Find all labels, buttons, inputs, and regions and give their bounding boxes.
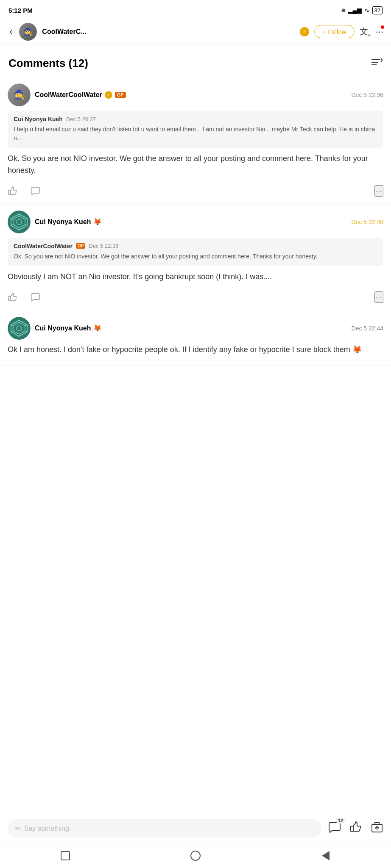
top-nav: ‹ 🧙 CoolWaterC... ✓ + Follow 文A ··· [0, 19, 391, 45]
comment-item: 🧙 CoolWaterCoolWater ✓ OP Dec 5 22:36 Cu… [0, 77, 391, 204]
like-button[interactable] [8, 186, 18, 195]
thumbs-up-icon [8, 292, 18, 302]
comment-timestamp: Dec 5 22:40 [352, 219, 384, 225]
comment-meta: Cui Nyonya Kueh 🦊 Dec 5 22:40 [35, 218, 383, 226]
quoted-comment: CoolWaterCoolWater OP Dec 5 22:36 Ok. So… [8, 238, 383, 266]
svg-rect-25 [351, 826, 353, 832]
comment-body: Ok I am honest. I don't fake or hypocrit… [8, 344, 383, 356]
commenter-avatar: 🧙 [8, 83, 31, 106]
comment-meta: CoolWaterCoolWater ✓ OP Dec 5 22:36 [35, 91, 383, 99]
status-icons: ⎈ ▂▄▆ ∿ 32 [341, 6, 383, 14]
commenter-avatar [8, 317, 31, 340]
input-placeholder: Say something [24, 825, 69, 832]
quoted-header: Cui Nyonya Kueh Dec 5 20:37 [14, 116, 377, 122]
quoted-text: Ok. So you are not NIO investor. We got … [14, 252, 377, 261]
verified-badge: ✓ [300, 27, 309, 36]
quoted-time: Dec 5 20:37 [66, 116, 96, 122]
square-icon [61, 851, 70, 860]
comment-timestamp: Dec 5 22:44 [352, 325, 384, 332]
comments-header: Comments (12) [0, 45, 391, 77]
say-something-input[interactable]: ✏ Say something [8, 819, 321, 837]
comment-body: Obviously I am NOT an Nio investor. It's… [8, 271, 383, 283]
sort-button[interactable] [371, 58, 383, 69]
comment-header: Cui Nyonya Kueh 🦊 Dec 5 22:44 [8, 317, 383, 340]
comments-title: Comments (12) [8, 57, 88, 70]
recents-button[interactable] [188, 848, 203, 863]
comment-header: Cui Nyonya Kueh 🦊 Dec 5 22:40 [8, 211, 383, 233]
commenter-verified-icon: ✓ [105, 91, 112, 99]
quoted-text: I help u find email cuz u said they don'… [14, 125, 377, 143]
commenter-avatar [8, 211, 31, 233]
follow-button[interactable]: + Follow [314, 25, 354, 38]
more-options-icon[interactable]: ··· [376, 26, 383, 37]
reply-button[interactable] [31, 186, 40, 195]
wifi-icon: ∿ [364, 6, 370, 14]
home-button[interactable] [58, 848, 73, 863]
comment-item: Cui Nyonya Kueh 🦊 Dec 5 22:44 Ok I am ho… [0, 310, 391, 366]
more-actions-button[interactable]: ··· [374, 185, 383, 197]
status-bar: 5:12 PM ⎈ ▂▄▆ ∿ 32 [0, 0, 391, 19]
pencil-icon: ✏ [15, 824, 21, 832]
back-triangle-icon [322, 851, 330, 860]
sort-icon-svg [371, 58, 383, 67]
commenter-emoji: 🦊 [93, 218, 102, 226]
profile-avatar[interactable]: 🧙 [19, 23, 37, 41]
commenter-name: Cui Nyonya Kueh [35, 324, 91, 332]
comment-count: 12 [336, 818, 345, 824]
commenter-name: CoolWaterCoolWater [35, 91, 102, 99]
system-nav [0, 843, 391, 868]
verified-icon: ✓ [303, 29, 307, 34]
notification-dot [381, 25, 384, 29]
back-button[interactable]: ‹ [8, 25, 14, 39]
comment-icon [31, 292, 40, 302]
quoted-author: Cui Nyonya Kueh [14, 116, 63, 122]
comment-body: Ok. So you are not NIO investor. We got … [8, 153, 383, 177]
more-actions-button[interactable]: ··· [374, 291, 383, 303]
commenter-emoji: 🦊 [93, 324, 102, 332]
svg-rect-14 [8, 297, 11, 301]
like-button[interactable] [8, 292, 18, 302]
like-action-button[interactable] [349, 821, 362, 836]
comment-actions: ··· [8, 183, 383, 200]
share-button[interactable] [371, 821, 383, 836]
reply-button[interactable] [31, 292, 40, 302]
circle-icon [190, 851, 201, 861]
comment-meta: Cui Nyonya Kueh 🦊 Dec 5 22:44 [35, 324, 383, 332]
quoted-header: CoolWaterCoolWater OP Dec 5 22:36 [14, 243, 377, 250]
translate-icon[interactable]: 文A [360, 26, 371, 37]
profile-username: CoolWaterC... [42, 28, 295, 36]
commenter-name: Cui Nyonya Kueh [35, 218, 91, 226]
quoted-op-badge: OP [76, 243, 85, 249]
comment-actions: ··· [8, 289, 383, 306]
thumbs-up-icon [8, 186, 18, 195]
comment-icon [31, 186, 40, 195]
comments-count-button[interactable]: 12 [328, 821, 341, 836]
back-nav-button[interactable] [318, 848, 333, 863]
quoted-author: CoolWaterCoolWater [14, 243, 73, 250]
svg-rect-3 [8, 190, 11, 194]
status-time: 5:12 PM [8, 7, 33, 14]
signal-icon: ▂▄▆ [348, 7, 362, 14]
share-icon [371, 821, 383, 833]
quoted-time: Dec 5 22:36 [89, 243, 118, 249]
cui-avatar-svg [8, 211, 31, 233]
thumbs-up-bottom-icon [349, 821, 362, 833]
bluetooth-icon: ⎈ [341, 6, 346, 14]
bottom-action-icons: 12 [328, 821, 383, 836]
op-badge: OP [115, 92, 126, 98]
comment-timestamp: Dec 5 22:36 [352, 92, 384, 98]
battery-indicator: 32 [372, 6, 383, 14]
cui-avatar-svg-2 [8, 317, 31, 340]
comment-header: 🧙 CoolWaterCoolWater ✓ OP Dec 5 22:36 [8, 83, 383, 106]
quoted-comment: Cui Nyonya Kueh Dec 5 20:37 I help u fin… [8, 111, 383, 148]
bottom-input-bar: ✏ Say something 12 [0, 814, 391, 843]
comment-item: Cui Nyonya Kueh 🦊 Dec 5 22:40 CoolWaterC… [0, 204, 391, 310]
